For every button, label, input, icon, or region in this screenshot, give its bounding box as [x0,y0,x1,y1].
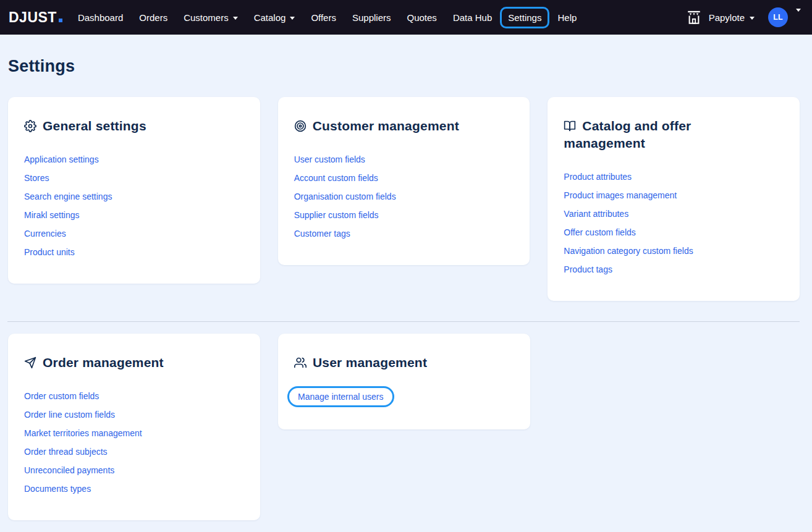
storefront-icon[interactable] [686,9,702,25]
nav-item-orders[interactable]: Orders [131,7,176,28]
card-link[interactable]: Order custom fields [24,392,99,400]
card-user-management: User management Manage internal users [278,334,530,429]
card-link[interactable]: Product attributes [564,172,632,181]
target-icon [294,120,307,132]
card-link[interactable]: Stores [24,174,49,182]
card-links: Order custom fields Order line custom fi… [24,392,244,493]
djust-logo[interactable]: DJUST [9,9,62,26]
page-title: Settings [8,57,800,76]
card-title: General settings [24,117,244,135]
nav-item-quotes[interactable]: Quotes [399,7,445,28]
nav-item-catalog[interactable]: Catalog [246,7,303,28]
main-nav: Dashboard Orders Customers Catalog Offer… [70,7,585,28]
card-link[interactable]: Product tags [564,265,612,274]
nav-item-data-hub[interactable]: Data Hub [445,7,500,28]
card-customer-management: Customer management User custom fields A… [278,97,530,265]
avatar[interactable]: LL [768,7,788,27]
settings-page: Settings General settings Application se… [0,57,812,520]
book-open-icon [564,120,576,132]
card-title-text: General settings [43,119,146,133]
card-link[interactable]: Documents types [24,484,91,493]
card-link[interactable]: Unreconciled payments [24,466,114,475]
nav-item-offers[interactable]: Offers [303,7,344,28]
card-link[interactable]: Order line custom fields [24,410,115,419]
card-link[interactable]: Product units [24,248,75,256]
chevron-down-icon [750,17,755,20]
card-link[interactable]: Navigation category custom fields [564,247,693,255]
card-title-text: Customer management [313,119,459,133]
card-link[interactable]: Application settings [24,155,99,164]
nav-item-customers[interactable]: Customers [176,7,246,28]
chevron-down-icon [290,17,295,20]
card-order-management: Order management Order custom fields Ord… [8,334,260,520]
card-title-text: User management [313,355,427,369]
card-general-settings: General settings Application settings St… [8,97,260,284]
chevron-down-icon [796,9,801,22]
card-links: Manage internal users [294,386,514,407]
navbar-right: Papylote LL [686,7,801,27]
logo-dot [59,19,62,22]
nav-item-settings[interactable]: Settings [500,7,549,28]
card-links: User custom fields Account custom fields… [294,155,514,238]
card-link[interactable]: Account custom fields [294,174,378,182]
card-links: Product attributes Product images manage… [564,172,784,274]
nav-item-suppliers[interactable]: Suppliers [344,7,399,28]
card-title: Order management [24,354,244,371]
card-link[interactable]: Order thread subjects [24,447,108,456]
store-switcher[interactable]: Papylote [709,12,755,23]
card-title-text: Catalog and offer management [564,119,691,150]
card-link[interactable]: Currencies [24,229,66,238]
card-link[interactable]: Market territories management [24,429,142,437]
manage-internal-users-link[interactable]: Manage internal users [287,386,394,407]
card-title: Catalog and offer management [564,117,732,152]
card-link[interactable]: Product images management [564,191,677,200]
card-link[interactable]: Variant attributes [564,209,628,218]
card-link[interactable]: Search engine settings [24,192,112,201]
card-title-text: Order management [43,355,164,369]
card-catalog-offer-management: Catalog and offer management Product att… [548,97,800,301]
cards-row-1: General settings Application settings St… [8,97,800,301]
card-links: Application settings Stores Search engin… [24,155,244,256]
top-navbar: DJUST Dashboard Orders Customers Catalog… [0,0,812,35]
nav-item-label: Customers [184,12,229,23]
card-link[interactable]: Organisation custom fields [294,192,396,201]
card-title: Customer management [294,117,514,135]
card-link[interactable]: Supplier custom fields [294,211,379,219]
avatar-menu-toggle[interactable] [796,12,801,23]
users-icon [294,357,307,369]
card-title: User management [294,354,514,371]
card-link[interactable]: Offer custom fields [564,228,635,237]
nav-item-label: Catalog [254,12,286,23]
card-link[interactable]: Mirakl settings [24,211,79,219]
section-divider [7,321,800,322]
nav-item-help[interactable]: Help [549,7,585,28]
gear-icon [24,120,36,132]
send-icon [24,357,36,369]
logo-text: DJUST [9,9,57,26]
card-link[interactable]: Customer tags [294,229,350,238]
card-link[interactable]: User custom fields [294,155,365,164]
cards-row-2: Order management Order custom fields Ord… [8,334,800,520]
chevron-down-icon [233,17,238,20]
nav-item-dashboard[interactable]: Dashboard [70,7,131,28]
store-name: Papylote [709,12,745,23]
